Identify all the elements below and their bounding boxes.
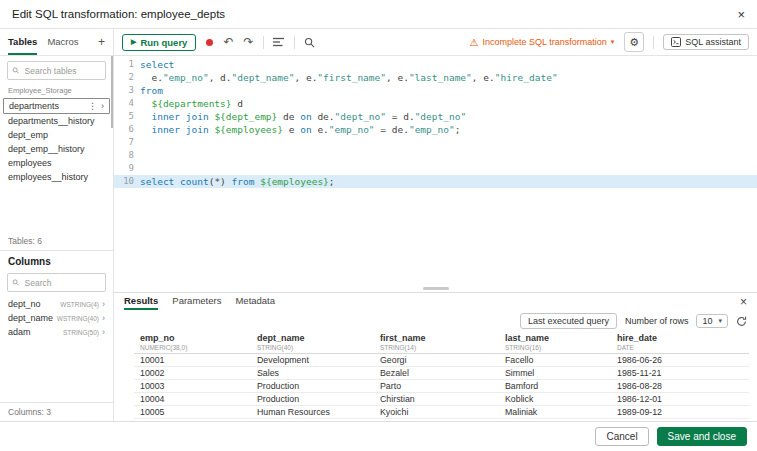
redo-icon[interactable]: ↷: [243, 36, 253, 48]
sidebar-column-item[interactable]: adamSTRING(50)›: [0, 325, 113, 339]
sidebar-table-item[interactable]: employees: [0, 156, 113, 170]
table-name: dept_emp: [8, 130, 48, 140]
column-name: dept_name: [8, 313, 54, 323]
sidebar-table-item[interactable]: dept_emp: [0, 128, 113, 142]
table-name: departments: [9, 101, 59, 111]
tables-search: [7, 61, 106, 80]
results-column-header: last_nameSTRING(16): [499, 333, 611, 351]
last-executed-query-button[interactable]: Last executed query: [520, 313, 617, 329]
tables-search-input[interactable]: [23, 65, 101, 77]
code-line[interactable]: 5 inner join ${dept_emp} de on de."dept_…: [114, 110, 757, 123]
spacer: [0, 184, 113, 232]
divider: [653, 36, 654, 49]
code-line[interactable]: 8: [114, 149, 757, 162]
line-number: 2: [114, 71, 140, 84]
results-table-body: 10001DevelopmentGeorgiFacello1986-06-261…: [134, 354, 749, 421]
columns-list: dept_noWSTRING(4)›dept_nameWSTRING(40)›a…: [0, 297, 113, 339]
live-indicator-dot: [206, 39, 213, 46]
run-query-button[interactable]: ▶ Run query: [122, 34, 196, 51]
table-row[interactable]: 10005Human ResourcesKyoichiMaliniak1989-…: [134, 406, 749, 419]
sidebar-table-item[interactable]: departments__history: [0, 114, 113, 128]
sql-editor[interactable]: 1select2 e."emp_no", d."dept_name", e."f…: [114, 56, 757, 292]
table-name: dept_emp__history: [8, 144, 85, 154]
column-name: adam: [8, 327, 60, 337]
search-icon[interactable]: [304, 37, 315, 48]
chevron-down-icon: ▾: [718, 317, 722, 325]
tables-count: Tables: 6: [0, 232, 113, 251]
table-row[interactable]: 10004ProductionChirstianKoblick1986-12-0…: [134, 393, 749, 406]
kebab-menu-icon[interactable]: ⋮: [88, 101, 97, 111]
code-line[interactable]: 6 inner join ${employees} e on e."emp_no…: [114, 123, 757, 136]
sql-assistant-label: SQL assistant: [685, 37, 741, 47]
results-column-header: emp_noNUMERIC(38,0): [134, 333, 251, 351]
sql-assistant-button[interactable]: SQL assistant: [663, 34, 749, 50]
undo-icon[interactable]: ↶: [223, 36, 233, 48]
results-tab-results[interactable]: Results: [124, 293, 158, 310]
divider: [263, 36, 264, 49]
line-number: 6: [114, 123, 140, 136]
code-lines: 1select2 e."emp_no", d."dept_name", e."f…: [114, 58, 757, 188]
search-icon: [12, 278, 20, 287]
sql-transformation-dialog: Edit SQL transformation: employee_depts …: [0, 0, 757, 451]
table-row[interactable]: 10003ProductionPartoBamford1986-08-28: [134, 380, 749, 393]
results-tabs-row: ResultsParametersMetadata ×: [114, 293, 757, 310]
table-name: employees__history: [8, 172, 88, 182]
column-name: dept_no: [8, 299, 57, 309]
code-line[interactable]: 3from: [114, 84, 757, 97]
chevron-down-icon: ▾: [611, 38, 615, 46]
results-column-header: hire_dateDATE: [611, 333, 749, 351]
line-number: 8: [114, 149, 140, 162]
sidebar-table-item[interactable]: dept_emp__history: [0, 142, 113, 156]
save-and-close-button[interactable]: Save and close: [657, 427, 747, 446]
divider: [294, 36, 295, 49]
columns-count: Columns: 3: [0, 402, 113, 421]
table-name: employees: [8, 158, 52, 168]
line-number: 1: [114, 58, 140, 71]
close-icon[interactable]: ×: [740, 295, 747, 309]
results-controls: Last executed query Number of rows 10 ▾: [114, 310, 757, 332]
incomplete-warning[interactable]: ⚠ Incomplete SQL transformation ▾: [470, 37, 615, 48]
storage-group-label: Employee_Storage: [0, 85, 113, 98]
results-column-header: dept_nameSTRING(40): [251, 333, 374, 351]
sidebar-table-item[interactable]: departments⋮›: [3, 98, 110, 114]
main-area: Tables Macros + Employee_Storage departm…: [0, 29, 757, 421]
results-tab-metadata[interactable]: Metadata: [235, 293, 275, 310]
code-line[interactable]: 2 e."emp_no", d."dept_name", e."first_na…: [114, 71, 757, 84]
refresh-icon[interactable]: [736, 316, 747, 327]
run-query-label: Run query: [140, 37, 187, 48]
gear-icon: ⚙: [629, 36, 639, 49]
sidebar-table-item[interactable]: employees__history: [0, 170, 113, 184]
chevron-right-icon: ›: [102, 313, 105, 323]
tables-list: departments⋮›departments__historydept_em…: [0, 98, 113, 184]
format-code-icon[interactable]: [273, 37, 285, 47]
results-tab-parameters[interactable]: Parameters: [172, 293, 221, 310]
sidebar-scrollbar[interactable]: [111, 56, 113, 128]
spacer: [0, 339, 113, 402]
line-number: 7: [114, 136, 140, 149]
tab-tables[interactable]: Tables: [8, 29, 37, 55]
code-line[interactable]: 7: [114, 136, 757, 149]
code-line[interactable]: 1select: [114, 58, 757, 71]
cancel-button[interactable]: Cancel: [595, 427, 648, 446]
warning-icon: ⚠: [470, 37, 479, 48]
sidebar-column-item[interactable]: dept_nameWSTRING(40)›: [0, 311, 113, 325]
panel-resize-handle[interactable]: [423, 287, 449, 290]
rows-count-select[interactable]: 10 ▾: [696, 314, 728, 328]
number-of-rows-label: Number of rows: [625, 316, 689, 326]
add-tab-icon[interactable]: +: [98, 29, 105, 55]
code-line[interactable]: 4 ${departments} d: [114, 97, 757, 110]
code-line[interactable]: 9: [114, 162, 757, 175]
table-row[interactable]: 10001DevelopmentGeorgiFacello1986-06-26: [134, 354, 749, 367]
line-number: 5: [114, 110, 140, 123]
search-icon: [12, 66, 20, 75]
columns-search-input[interactable]: [23, 277, 101, 289]
chevron-right-icon[interactable]: ›: [101, 101, 104, 111]
sidebar-column-item[interactable]: dept_noWSTRING(4)›: [0, 297, 113, 311]
tab-macros[interactable]: Macros: [47, 29, 78, 55]
code-line[interactable]: 10select count(*) from ${employees};: [114, 175, 757, 188]
settings-button[interactable]: ⚙: [624, 32, 644, 52]
table-row[interactable]: 10002SalesBezalelSimmel1985-11-21: [134, 367, 749, 380]
sql-assistant-icon: [671, 37, 681, 47]
close-icon[interactable]: ×: [737, 7, 745, 22]
line-number: 10: [114, 175, 140, 188]
